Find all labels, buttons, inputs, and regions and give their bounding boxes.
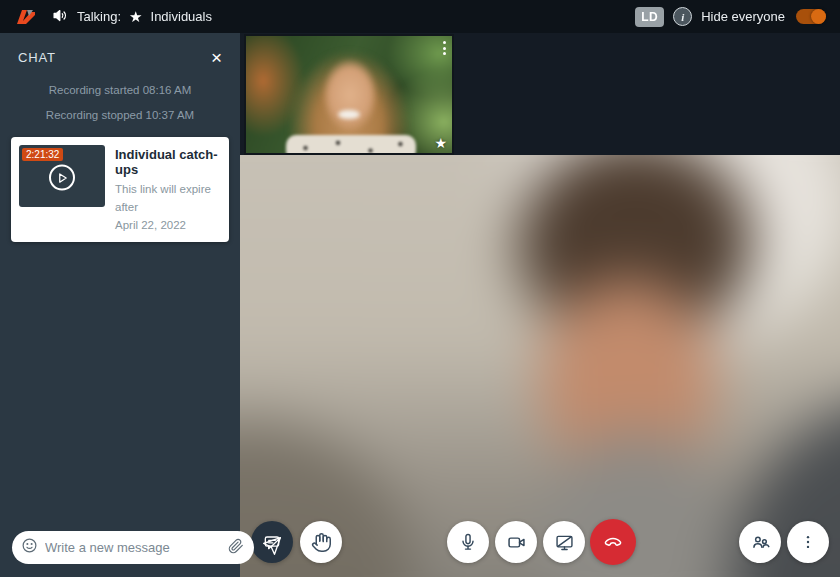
- participant-shirt: [286, 135, 416, 155]
- recording-stopped-note: Recording stopped 10:37 AM: [0, 109, 240, 121]
- raise-hand-button[interactable]: [300, 521, 342, 563]
- app-logo-icon: [14, 8, 38, 26]
- active-speaker-video: [240, 155, 840, 577]
- message-composer: [0, 520, 240, 577]
- message-input[interactable]: [45, 540, 221, 555]
- participant-face: [322, 58, 378, 132]
- info-icon[interactable]: i: [673, 7, 692, 26]
- speaker-volume-icon[interactable]: [52, 7, 69, 27]
- more-options-button[interactable]: [787, 521, 829, 563]
- recording-message-card[interactable]: 2:21:32 Individual catch-ups This link w…: [11, 137, 229, 242]
- talking-speaker-name: Individuals: [151, 9, 212, 24]
- screen-share-button[interactable]: [543, 521, 585, 563]
- recording-title: Individual catch-ups: [115, 147, 221, 177]
- toggle-knob: [811, 9, 826, 24]
- thumbnail-kebab-menu-icon[interactable]: [443, 41, 446, 55]
- duration-badge: 2:21:32: [22, 148, 63, 161]
- play-icon[interactable]: [49, 165, 75, 191]
- recording-started-note: Recording started 08:16 AM: [0, 84, 240, 96]
- chat-header: CHAT ×: [0, 33, 240, 71]
- camera-button[interactable]: [495, 521, 537, 563]
- recording-thumbnail[interactable]: 2:21:32: [19, 145, 105, 207]
- attach-paperclip-icon[interactable]: [228, 538, 244, 558]
- hide-everyone-label: Hide everyone: [701, 9, 785, 24]
- user-initials-badge[interactable]: LD: [635, 7, 664, 27]
- video-stage: ★: [240, 33, 840, 577]
- microphone-button[interactable]: [447, 521, 489, 563]
- send-icon[interactable]: [262, 536, 282, 560]
- talking-label: Talking:: [77, 9, 121, 24]
- chat-title: CHAT: [18, 50, 56, 65]
- chat-panel: CHAT × Recording started 08:16 AM Record…: [0, 33, 240, 577]
- recording-expiry-line1: This link will expire after: [115, 181, 221, 217]
- hang-up-button[interactable]: [590, 519, 636, 565]
- top-bar: Talking: ★ Individuals LD i Hide everyon…: [0, 0, 840, 33]
- close-icon[interactable]: ×: [211, 51, 222, 65]
- blurred-video-frame: [240, 155, 840, 577]
- thumbnail-favorite-star-icon[interactable]: ★: [434, 135, 447, 151]
- recording-expiry-line2: April 22, 2022: [115, 217, 221, 235]
- recording-card-text: Individual catch-ups This link will expi…: [115, 145, 221, 234]
- favorite-star-icon: ★: [129, 9, 142, 24]
- message-input-pill[interactable]: [12, 531, 254, 564]
- emoji-icon[interactable]: [21, 537, 38, 558]
- hide-everyone-toggle[interactable]: [796, 9, 826, 24]
- remote-participant-video[interactable]: ★: [244, 34, 454, 155]
- participants-button[interactable]: [739, 521, 781, 563]
- participant-smile: [338, 110, 360, 119]
